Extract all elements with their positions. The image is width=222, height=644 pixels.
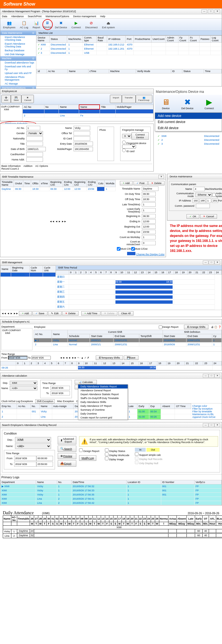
endout-input[interactable] bbox=[142, 230, 156, 234]
ip1-input[interactable] bbox=[193, 198, 199, 203]
col-admincount[interactable]: Admin Count bbox=[166, 36, 178, 43]
big-device-button[interactable]: 🖥Device bbox=[156, 96, 176, 111]
employee-row[interactable]: 1001VickyVicky bbox=[23, 109, 153, 114]
disp-workcode-check[interactable] bbox=[105, 453, 109, 456]
tree-company[interactable]: OUR COMPANY bbox=[1, 105, 22, 108]
dropdown-item[interactable]: Summary of Overtime bbox=[78, 408, 128, 412]
col-product[interactable]: ProductName bbox=[133, 36, 151, 43]
menu-edit-all[interactable]: Edit All device bbox=[155, 125, 222, 131]
dropdown-item[interactable]: Daily Attendance Statistic Report bbox=[78, 385, 128, 389]
big-connect-button[interactable]: ▶Connect bbox=[199, 96, 220, 111]
ip4-input[interactable] bbox=[212, 198, 218, 203]
device-row-3[interactable]: ✓3Disconnected bbox=[155, 142, 222, 146]
from-time-input[interactable] bbox=[36, 456, 53, 461]
dropdown-item[interactable]: Create report for current grid bbox=[78, 416, 128, 420]
menu-add-device[interactable]: Add new device bbox=[155, 113, 222, 119]
sidebar-section-data[interactable]: Data Maintenance⊙ bbox=[0, 31, 36, 35]
ok-button[interactable]: ✓OK bbox=[186, 214, 199, 219]
save-button[interactable]: 💾 Save bbox=[124, 356, 139, 360]
transfer-button[interactable]: Transfer bbox=[122, 95, 136, 103]
name-select[interactable]: <All> bbox=[10, 386, 37, 390]
device-row-2[interactable]: ✓2Disconnected bbox=[155, 138, 222, 142]
menu-maintenance[interactable]: Maintenance/Options bbox=[46, 15, 69, 18]
sidebar-item-ac-manage[interactable]: AC Manage bbox=[0, 82, 36, 86]
commmode-select[interactable]: Ethernet bbox=[195, 193, 212, 197]
from-input[interactable] bbox=[51, 386, 70, 390]
minimize-button[interactable]: — bbox=[203, 374, 208, 378]
search-button[interactable]: 🔍 Search bbox=[58, 446, 76, 452]
dep-select[interactable]: XIMI bbox=[15, 437, 51, 443]
sidebar-section-machine[interactable]: Machine⊙ bbox=[0, 56, 36, 61]
temp-shifts-button[interactable]: 🗓 Temporary Shifts bbox=[96, 356, 123, 360]
homeaddr-input[interactable] bbox=[26, 157, 43, 162]
shift-bar[interactable]: 09:3018:30 bbox=[115, 280, 173, 284]
add-button[interactable]: ➕Add bbox=[1, 95, 11, 103]
mobile-input[interactable] bbox=[74, 147, 93, 151]
connect-device-button[interactable]: Connect Device bbox=[132, 132, 149, 140]
exit-button[interactable]: ⏏Exit system bbox=[100, 19, 117, 30]
link-changecolor[interactable]: Change color bbox=[192, 405, 207, 407]
import-button[interactable]: Import bbox=[110, 95, 122, 103]
entrydate-input[interactable] bbox=[74, 142, 93, 146]
change-color-link[interactable]: Change the Display Color bbox=[136, 253, 165, 256]
col-port[interactable]: Port bbox=[125, 36, 133, 43]
ip2-input[interactable] bbox=[200, 198, 206, 203]
officetel-input[interactable] bbox=[74, 131, 90, 136]
col-status[interactable]: Status bbox=[49, 36, 67, 43]
delete-button[interactable]: ✕Delete bbox=[62, 311, 79, 316]
sidebar-item-upload-user[interactable]: Upload user info and FP bbox=[0, 71, 36, 75]
col-commtype[interactable]: Comm. type bbox=[83, 36, 97, 43]
gender-select[interactable]: Female bbox=[26, 131, 43, 136]
cardnumber-input[interactable] bbox=[26, 152, 43, 157]
facegroup-button[interactable]: 👥FaceGroup bbox=[136, 95, 152, 103]
design-report-check[interactable] bbox=[159, 325, 162, 329]
early-input[interactable] bbox=[142, 208, 156, 213]
minimize-button[interactable]: — bbox=[201, 9, 207, 13]
link-maintalbl[interactable]: Maintenance AL/BL bbox=[192, 413, 214, 416]
from-date-input[interactable] bbox=[8, 356, 27, 360]
sidebar-item-download-logs[interactable]: Download attendance logs bbox=[0, 61, 36, 65]
dropdown-item[interactable]: Daily Overtime bbox=[78, 412, 128, 416]
save-button[interactable]: ✓Save bbox=[32, 311, 47, 316]
disconnect-button[interactable]: ⊘Disconnect bbox=[83, 19, 100, 30]
sidebar-item-import[interactable]: Import Attendance Checking Data bbox=[0, 35, 36, 42]
commpwd-input[interactable] bbox=[196, 204, 210, 208]
menu-attendance[interactable]: Attendance bbox=[11, 15, 24, 18]
device-row-ximi[interactable]: ✓XIMIDisconnected bbox=[155, 134, 222, 138]
dropdown-item[interactable]: Attendance General Report bbox=[78, 389, 128, 392]
endin-input[interactable] bbox=[142, 219, 156, 224]
close-button[interactable]: ✕ bbox=[215, 423, 220, 427]
link-filtertimetable[interactable]: Filter by timetable bbox=[192, 410, 212, 413]
android-check[interactable] bbox=[212, 193, 216, 197]
maximize-button[interactable]: □ bbox=[208, 9, 213, 13]
link-appendclock[interactable]: Append Clock In/Out bbox=[192, 416, 215, 418]
adv-export-button[interactable]: ⬇ Advanced Export bbox=[58, 436, 76, 444]
minimize-button[interactable]: — bbox=[203, 423, 208, 427]
col-fccount[interactable]: Fc Count bbox=[189, 36, 199, 43]
menu-edit-device[interactable]: Edit current device bbox=[155, 119, 222, 125]
device-row[interactable]: ✓ 3Disconnected1USB bbox=[37, 51, 222, 55]
log-row[interactable]: XIMIVicky12016/9/26 17:56:351001FP bbox=[1, 493, 222, 497]
name-input[interactable] bbox=[74, 126, 90, 130]
cancel-button[interactable]: ✕Cancel bbox=[200, 214, 217, 219]
modify-log-button[interactable]: Modify Log bbox=[79, 455, 96, 461]
log-row[interactable]: XIMILina22016/9/26 17:56:421FP bbox=[1, 501, 222, 505]
col-logcount[interactable]: Log Count bbox=[211, 36, 222, 43]
fp-select[interactable]: 9 bbox=[122, 134, 132, 138]
menu-help[interactable]: Help bbox=[100, 15, 105, 18]
title-input[interactable] bbox=[26, 142, 43, 146]
late-input[interactable] bbox=[142, 202, 156, 207]
maximize-button[interactable]: □ bbox=[209, 260, 214, 264]
tree-ximi[interactable]: XIMI bbox=[1, 108, 22, 111]
log-row[interactable]: ▶ XIMIVicky12016/9/26 17:56:321001FP bbox=[1, 484, 222, 489]
id-card-radio[interactable] bbox=[122, 149, 126, 152]
link-filterexception[interactable]: Filter by exception bbox=[192, 407, 213, 410]
tree-company[interactable]: OUR COMPANY bbox=[2, 329, 32, 332]
dropdown-item[interactable]: Staff's On-Duty/Off-Duty Timetable bbox=[78, 396, 128, 400]
close-button[interactable]: ✕ bbox=[215, 9, 220, 13]
save-button[interactable]: 💾Save bbox=[11, 95, 21, 103]
menu-data[interactable]: Data bbox=[2, 15, 7, 18]
maximize-button[interactable]: □ bbox=[209, 423, 214, 427]
report-button[interactable]: 📊Report bbox=[31, 19, 42, 30]
deldevice-button[interactable]: ✖Del Device bbox=[53, 19, 69, 30]
